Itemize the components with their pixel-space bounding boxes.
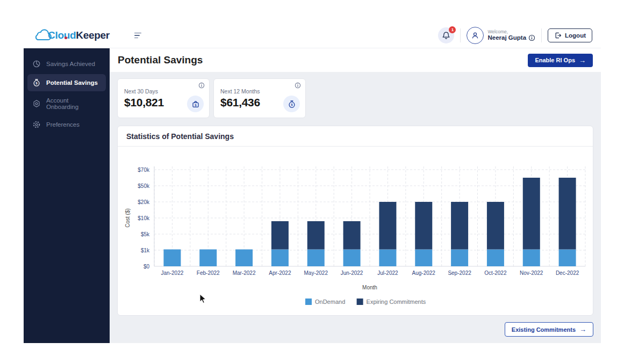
page-title-bar: Potential Savings Enable RI Ops → xyxy=(110,48,601,72)
x-tick-label: Jan-2022 xyxy=(161,270,184,276)
bar-segment-expiring-commitments[interactable] xyxy=(415,202,432,250)
bar-segment-ondemand[interactable] xyxy=(235,250,253,267)
user-menu[interactable]: Welcome, Neeraj Gupta xyxy=(467,27,535,44)
legend-swatch[interactable] xyxy=(305,299,312,305)
legend-swatch[interactable] xyxy=(357,299,363,305)
gear-icon xyxy=(32,120,41,129)
enable-ri-ops-label: Enable RI Ops xyxy=(535,57,575,63)
y-tick-label: $5k xyxy=(141,231,150,237)
bar-segment-ondemand[interactable] xyxy=(163,250,181,267)
logout-label: Logout xyxy=(565,32,586,39)
bar-segment-expiring-commitments[interactable] xyxy=(343,221,361,250)
notifications-button[interactable]: 1 xyxy=(438,27,454,43)
bell-icon xyxy=(442,31,450,40)
bar-segment-ondemand[interactable] xyxy=(559,250,576,267)
logo-text: CloudKeeper xyxy=(48,30,110,41)
svg-text:$: $ xyxy=(195,103,197,106)
sidebar-item-label: Account Onboarding xyxy=(46,97,101,110)
header-right-cluster: 1 Welcome, Neeraj Gupta xyxy=(438,27,601,44)
app-window: CloudKeeper 1 Welcome, xyxy=(24,23,601,343)
sidebar-item-preferences[interactable]: Preferences xyxy=(27,116,106,133)
bar-segment-ondemand[interactable] xyxy=(271,250,289,267)
logo-red-dot xyxy=(64,37,67,39)
pie-chart-icon xyxy=(32,60,41,68)
hexagon-box-icon xyxy=(32,99,41,108)
existing-commitments-label: Existing Commitments xyxy=(512,326,576,333)
person-icon xyxy=(471,31,479,40)
x-tick-label: Sep-2022 xyxy=(448,270,471,276)
x-tick-label: Mar-2022 xyxy=(233,270,256,276)
chart-card-header: Statistics of Potential Savings xyxy=(118,126,593,147)
x-tick-label: Jul-2022 xyxy=(377,270,398,276)
info-icon[interactable] xyxy=(198,82,205,89)
bar-segment-ondemand[interactable] xyxy=(199,250,217,267)
sidebar-item-account-onboarding[interactable]: Account Onboarding xyxy=(27,93,106,114)
cloudkeeper-logo[interactable]: CloudKeeper xyxy=(33,29,110,42)
divider xyxy=(541,28,542,42)
arrow-right-icon: → xyxy=(579,57,586,64)
money-bag-dollar-icon: $ xyxy=(283,96,300,112)
bar-segment-expiring-commitments[interactable] xyxy=(559,178,576,250)
bar-segment-ondemand[interactable] xyxy=(487,250,504,267)
notification-badge: 1 xyxy=(449,26,456,33)
bar-segment-ondemand[interactable] xyxy=(415,250,432,267)
statistics-chart-card: Statistics of Potential Savings $0$1k$5k… xyxy=(117,126,593,316)
x-tick-label: Oct-2022 xyxy=(484,270,507,276)
x-tick-label: Dec-2022 xyxy=(556,270,579,276)
x-tick-label: Apr-2022 xyxy=(269,270,291,276)
page-title: Potential Savings xyxy=(118,54,203,66)
content-area: Next 30 Days $10,821 $ xyxy=(110,72,601,343)
bar-segment-expiring-commitments[interactable] xyxy=(487,202,504,250)
bar-segment-expiring-commitments[interactable] xyxy=(523,178,540,250)
welcome-label: Welcome, xyxy=(487,30,535,35)
y-tick-label: $0 xyxy=(144,264,150,270)
bar-segment-ondemand[interactable] xyxy=(307,250,325,267)
enable-ri-ops-button[interactable]: Enable RI Ops → xyxy=(528,54,593,67)
stat-label: Next 30 Days xyxy=(124,88,203,94)
svg-text:$: $ xyxy=(291,103,293,106)
bar-segment-expiring-commitments[interactable] xyxy=(307,221,325,250)
bar-segment-expiring-commitments[interactable] xyxy=(271,221,289,250)
y-tick-label: $10k xyxy=(138,215,150,221)
logout-button[interactable]: Logout xyxy=(548,28,592,42)
stat-card-row: Next 30 Days $10,821 $ xyxy=(117,78,593,118)
y-axis-title: Cost ($) xyxy=(125,208,131,228)
money-bag-icon: $ xyxy=(32,78,41,87)
bar-segment-ondemand[interactable] xyxy=(523,250,540,267)
briefcase-dollar-icon: $ xyxy=(187,96,204,112)
bar-segment-ondemand[interactable] xyxy=(451,250,468,267)
svg-text:$: $ xyxy=(35,81,38,85)
sidebar-item-label: Potential Savings xyxy=(46,79,98,86)
bar-segment-ondemand[interactable] xyxy=(343,250,361,267)
sidebar-nav: Savings Achieved $ Potential Savings Acc… xyxy=(24,48,110,343)
stat-card-next-12-months: Next 12 Months $61,436 $ xyxy=(213,78,306,118)
stat-card-next-30-days: Next 30 Days $10,821 $ xyxy=(117,78,210,118)
user-name: Neeraj Gupta xyxy=(487,34,526,41)
x-axis-title: Month xyxy=(362,285,377,290)
info-icon[interactable] xyxy=(295,82,301,89)
sidebar-item-potential-savings[interactable]: $ Potential Savings xyxy=(27,74,106,91)
sidebar-collapse-icon[interactable] xyxy=(134,33,141,39)
bar-segment-expiring-commitments[interactable] xyxy=(379,202,396,250)
savings-bar-chart: $0$1k$5k$10k$20k$50k$70kJan-2022Feb-2022… xyxy=(122,149,590,310)
sidebar-item-label: Savings Achieved xyxy=(46,61,95,67)
bar-segment-ondemand[interactable] xyxy=(379,250,396,267)
bar-segment-expiring-commitments[interactable] xyxy=(451,202,468,250)
divider xyxy=(460,28,461,42)
existing-commitments-button[interactable]: Existing Commitments → xyxy=(505,322,593,337)
info-icon[interactable] xyxy=(528,34,535,41)
user-text: Welcome, Neeraj Gupta xyxy=(487,30,535,42)
legend-label: Expiring Commitments xyxy=(367,299,426,305)
y-tick-label: $50k xyxy=(138,183,150,189)
x-tick-label: Aug-2022 xyxy=(412,270,436,276)
y-tick-label: $20k xyxy=(138,199,150,205)
arrow-right-icon: → xyxy=(579,326,586,333)
main-content: Potential Savings Enable RI Ops → Next 3… xyxy=(110,48,601,343)
stat-label: Next 12 Months xyxy=(220,88,299,94)
chart-body: $0$1k$5k$10k$20k$50k$70kJan-2022Feb-2022… xyxy=(118,147,593,315)
x-tick-label: May-2022 xyxy=(304,270,328,276)
logout-icon xyxy=(554,32,562,39)
chart-card-title: Statistics of Potential Savings xyxy=(126,132,234,141)
sidebar-item-savings-achieved[interactable]: Savings Achieved xyxy=(27,55,106,72)
x-tick-label: Nov-2022 xyxy=(520,270,543,276)
